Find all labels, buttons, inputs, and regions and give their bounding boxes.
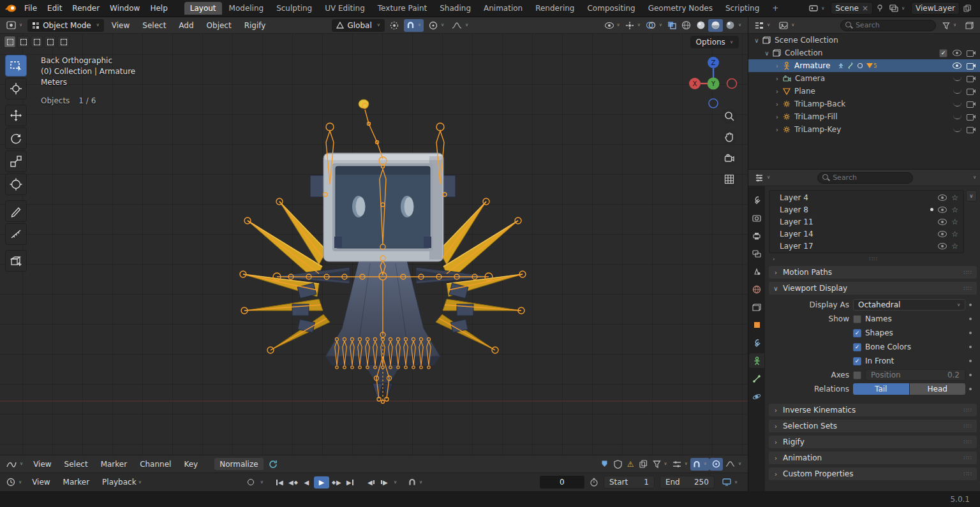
menu-edit[interactable]: Edit: [42, 2, 67, 15]
outliner-display-mode-button[interactable]: ∨: [776, 19, 797, 32]
expander-icon[interactable]: ›: [774, 75, 780, 82]
viewport-3d[interactable]: Back Orthographic (0) Collection | Armat…: [0, 34, 748, 455]
menu-window[interactable]: Window: [105, 2, 145, 15]
disable-render-camera-icon[interactable]: [967, 62, 976, 69]
relations-tail-button[interactable]: Tail: [853, 383, 909, 395]
menu-help[interactable]: Help: [145, 2, 172, 15]
tool-annotate[interactable]: [5, 200, 27, 222]
panel-grip[interactable]: ∷∷: [964, 471, 972, 477]
in-front-checkbox-group[interactable]: ✓ In Front: [853, 356, 965, 365]
viewlayer-selector[interactable]: ViewLayer: [911, 2, 960, 15]
animate-dot[interactable]: [969, 360, 972, 362]
dope-menu-view[interactable]: View: [28, 458, 56, 471]
snap-target-icon[interactable]: [387, 19, 401, 32]
stopwatch-icon[interactable]: [590, 478, 598, 487]
proportional-edit-keys-toggle[interactable]: [709, 458, 723, 471]
tab-view-layer[interactable]: [749, 246, 764, 261]
proportional-falloff-icon[interactable]: ∨: [449, 19, 471, 32]
collection-exclude-checkbox[interactable]: ✓: [939, 49, 947, 57]
expand-icon[interactable]: ›: [773, 256, 775, 262]
panel-grip[interactable]: ∷∷: [964, 439, 972, 445]
timeline-editor-type-button[interactable]: ∨: [4, 476, 24, 489]
tool-scale[interactable]: [5, 151, 27, 172]
normalize-toggle[interactable]: Normalize: [214, 458, 263, 470]
outliner-row-trilamp-fill[interactable]: › TriLamp-Fill: [748, 110, 980, 123]
expander-icon[interactable]: ›: [774, 114, 780, 121]
workspace-tab-shading[interactable]: Shading: [434, 2, 477, 15]
timeline-menu-playback[interactable]: Playback ∨: [97, 476, 147, 489]
dope-menu-channel[interactable]: Channel: [135, 458, 176, 471]
layer-row[interactable]: Layer 11 ☆: [769, 216, 963, 228]
prev-frame-button[interactable]: ◀: [365, 476, 377, 489]
tool-measure[interactable]: [5, 223, 27, 245]
select-mode-new-button[interactable]: [4, 36, 16, 48]
select-mode-extend-button[interactable]: [17, 36, 29, 48]
chevron-down-icon[interactable]: ∨: [394, 480, 397, 485]
end-frame-field[interactable]: End 250: [660, 476, 715, 489]
star-icon[interactable]: ☆: [951, 193, 958, 202]
animate-dot[interactable]: [969, 388, 972, 390]
workspace-tab-rendering[interactable]: Rendering: [530, 2, 580, 15]
expander-icon[interactable]: ›: [774, 126, 780, 133]
expander-icon[interactable]: ›: [774, 101, 780, 108]
tool-rotate[interactable]: [5, 128, 27, 149]
disable-render-camera-icon[interactable]: [967, 88, 976, 94]
shading-wireframe-button[interactable]: [679, 19, 694, 32]
star-icon[interactable]: ☆: [951, 217, 958, 226]
workspace-tab-layout[interactable]: Layout: [184, 2, 222, 15]
tab-object-data-armature[interactable]: [749, 353, 764, 368]
tool-add-cube[interactable]: [5, 250, 27, 272]
zoom-icon[interactable]: [722, 108, 737, 124]
dopesheet-editor-type-button[interactable]: ∨: [4, 458, 26, 471]
shapes-checkbox[interactable]: ✓: [853, 329, 861, 337]
scene-close-icon[interactable]: ×: [862, 4, 868, 13]
eye-closed-icon[interactable]: [953, 128, 961, 132]
tool-cursor[interactable]: [5, 78, 27, 99]
layer-row[interactable]: Layer 4 ☆: [769, 191, 963, 203]
bone-colors-checkbox[interactable]: ✓: [853, 343, 861, 351]
motion-paths-panel-header[interactable]: › Motion Paths ∷∷: [769, 266, 977, 279]
filter-funnel-dropdown[interactable]: ∨: [650, 458, 670, 471]
tab-scene[interactable]: [749, 264, 764, 279]
tab-object[interactable]: [749, 318, 764, 332]
expander-icon[interactable]: ›: [774, 62, 780, 70]
timeline-snap-magnet[interactable]: ∨: [406, 476, 425, 489]
layer-row[interactable]: Layer 8 ☆: [769, 203, 963, 216]
bone-colors-checkbox-group[interactable]: ✓ Bone Colors: [853, 342, 965, 351]
relations-head-button[interactable]: Head: [910, 383, 966, 395]
star-icon[interactable]: ☆: [951, 230, 958, 239]
eye-icon[interactable]: [938, 231, 947, 237]
timeline-menu-marker[interactable]: Marker: [58, 476, 94, 489]
names-checkbox-group[interactable]: Names: [853, 314, 965, 323]
snap-magnet-toggle[interactable]: ∨: [404, 19, 424, 32]
disable-render-camera-icon[interactable]: [967, 126, 976, 133]
outliner-row-scene-collection[interactable]: ∨ Scene Collection: [748, 34, 980, 47]
dope-menu-select[interactable]: Select: [59, 458, 93, 471]
eye-closed-icon[interactable]: [953, 115, 961, 119]
hide-eye-icon[interactable]: [953, 62, 961, 69]
eye-icon[interactable]: [938, 243, 947, 249]
playhead-marker-icon[interactable]: [598, 458, 611, 471]
outliner-row-plane[interactable]: › Plane: [748, 85, 980, 98]
disable-render-camera-icon[interactable]: [967, 50, 976, 56]
auto-keyframe-record-button[interactable]: [245, 476, 257, 489]
tab-bone[interactable]: [749, 371, 764, 386]
copy-viewlayer-icon[interactable]: [963, 4, 971, 12]
scene-selector[interactable]: Scene ×: [831, 2, 873, 15]
animate-dot[interactable]: [969, 332, 972, 334]
viewport-display-panel-header[interactable]: ∨ Viewport Display ∷∷: [769, 282, 977, 295]
tab-render[interactable]: [749, 210, 764, 225]
outliner-filter-funnel[interactable]: ∨: [940, 19, 959, 32]
visibility-dropdown[interactable]: ∨: [602, 19, 623, 32]
dope-menu-marker[interactable]: Marker: [96, 458, 132, 471]
animate-dot[interactable]: [969, 374, 972, 376]
workspace-tab-modeling[interactable]: Modeling: [223, 2, 270, 15]
workspace-tab-uv-editing[interactable]: UV Editing: [319, 2, 371, 15]
disable-render-camera-icon[interactable]: [967, 101, 976, 107]
navigation-gizmo[interactable]: Z X Y: [688, 53, 741, 110]
next-frame-button[interactable]: ▶: [378, 476, 390, 489]
pin-icon[interactable]: [877, 4, 883, 12]
panel-grip[interactable]: ∷∷: [964, 269, 972, 276]
proportional-editing-toggle[interactable]: ∨: [426, 19, 447, 32]
selection-sets-panel-header[interactable]: › Selection Sets ∷∷: [769, 420, 977, 432]
